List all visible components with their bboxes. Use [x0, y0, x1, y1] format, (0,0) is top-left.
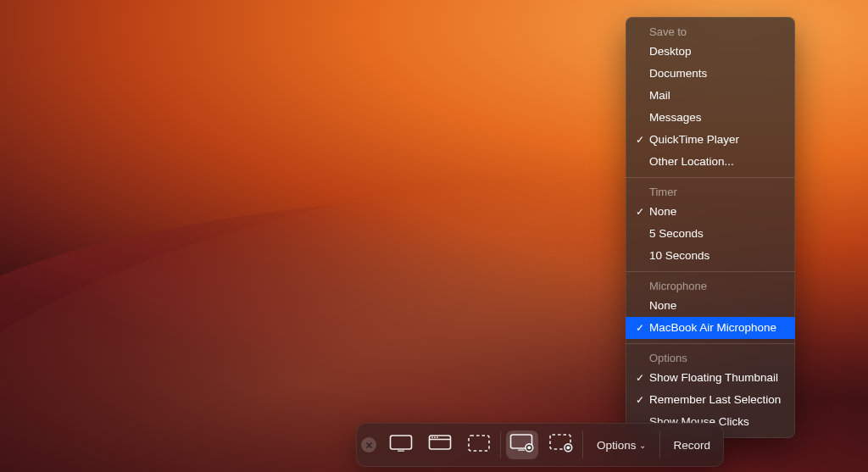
- menu-label: Other Location...: [649, 153, 734, 170]
- dashed-record-icon: [548, 433, 574, 457]
- options-header: Options: [626, 348, 795, 367]
- saveto-mail[interactable]: ✓ Mail: [626, 85, 795, 107]
- check-icon: ✓: [634, 322, 646, 334]
- check-icon: ✓: [634, 206, 646, 218]
- svg-rect-9: [518, 450, 525, 451]
- svg-point-5: [434, 436, 436, 438]
- svg-point-14: [566, 446, 570, 449]
- svg-point-11: [527, 446, 531, 449]
- check-icon: ✓: [634, 394, 646, 406]
- microphone-header: Microphone: [626, 276, 795, 295]
- menu-separator: [626, 271, 795, 272]
- timer-5s[interactable]: ✓ 5 Seconds: [626, 223, 795, 245]
- close-icon: [365, 437, 373, 453]
- svg-rect-1: [398, 451, 404, 452]
- menu-label: Show Floating Thumbnail: [649, 369, 778, 386]
- saveto-messages[interactable]: ✓ Messages: [626, 107, 795, 129]
- record-group: [506, 430, 577, 459]
- svg-rect-7: [469, 436, 489, 451]
- toolbar-divider: [659, 431, 660, 458]
- menu-label: 10 Seconds: [649, 247, 709, 264]
- menu-separator: [626, 343, 795, 344]
- record-label: Record: [674, 439, 711, 452]
- screenshot-toolbar: Options ⌄ Record: [356, 423, 724, 467]
- menu-label: Documents: [649, 65, 707, 82]
- menu-separator: [626, 177, 795, 178]
- mic-none[interactable]: ✓ None: [626, 295, 795, 317]
- check-icon: ✓: [634, 372, 646, 384]
- check-icon: ✓: [634, 134, 646, 146]
- screen-rect-icon: [389, 434, 413, 456]
- mic-macbook-air[interactable]: ✓ MacBook Air Microphone: [626, 317, 795, 339]
- svg-rect-0: [391, 436, 412, 449]
- menu-label: None: [649, 203, 676, 220]
- svg-point-4: [431, 436, 433, 438]
- record-selected-portion-button[interactable]: [545, 430, 577, 459]
- options-button[interactable]: Options ⌄: [588, 434, 654, 457]
- timer-10s[interactable]: ✓ 10 Seconds: [626, 245, 795, 267]
- saveto-quicktime[interactable]: ✓ QuickTime Player: [626, 129, 795, 151]
- capture-selected-portion-button[interactable]: [463, 430, 495, 459]
- saveto-other[interactable]: ✓ Other Location...: [626, 151, 795, 173]
- dashed-rect-icon: [467, 434, 491, 456]
- chevron-down-icon: ⌄: [639, 441, 646, 450]
- toolbar-divider: [500, 431, 501, 458]
- menu-label: MacBook Air Microphone: [649, 319, 776, 336]
- record-button[interactable]: Record: [665, 434, 720, 457]
- timer-none[interactable]: ✓ None: [626, 201, 795, 223]
- window-rect-icon: [428, 434, 452, 456]
- menu-label: 5 Seconds: [649, 225, 704, 242]
- capture-group: [385, 430, 495, 459]
- saveto-desktop[interactable]: ✓ Desktop: [626, 41, 795, 63]
- svg-point-6: [437, 436, 438, 438]
- menu-label: Remember Last Selection: [649, 391, 781, 408]
- opt-remember-last[interactable]: ✓ Remember Last Selection: [626, 389, 795, 411]
- menu-label: Messages: [649, 109, 702, 126]
- menu-label: Desktop: [649, 43, 692, 60]
- opt-floating-thumbnail[interactable]: ✓ Show Floating Thumbnail: [626, 367, 795, 389]
- toolbar-divider: [582, 431, 583, 458]
- options-popover: Save to ✓ Desktop ✓ Documents ✓ Mail ✓ M…: [626, 17, 795, 438]
- menu-label: None: [649, 297, 676, 314]
- saveto-header: Save to: [626, 22, 795, 41]
- capture-selected-window-button[interactable]: [424, 430, 456, 459]
- options-label: Options: [597, 439, 637, 452]
- record-entire-screen-button[interactable]: [506, 430, 538, 459]
- screen-record-icon: [509, 433, 535, 457]
- timer-header: Timer: [626, 182, 795, 201]
- menu-label: Mail: [649, 87, 670, 104]
- capture-entire-screen-button[interactable]: [385, 430, 417, 459]
- saveto-documents[interactable]: ✓ Documents: [626, 63, 795, 85]
- close-button[interactable]: [361, 437, 376, 453]
- menu-label: QuickTime Player: [649, 131, 739, 148]
